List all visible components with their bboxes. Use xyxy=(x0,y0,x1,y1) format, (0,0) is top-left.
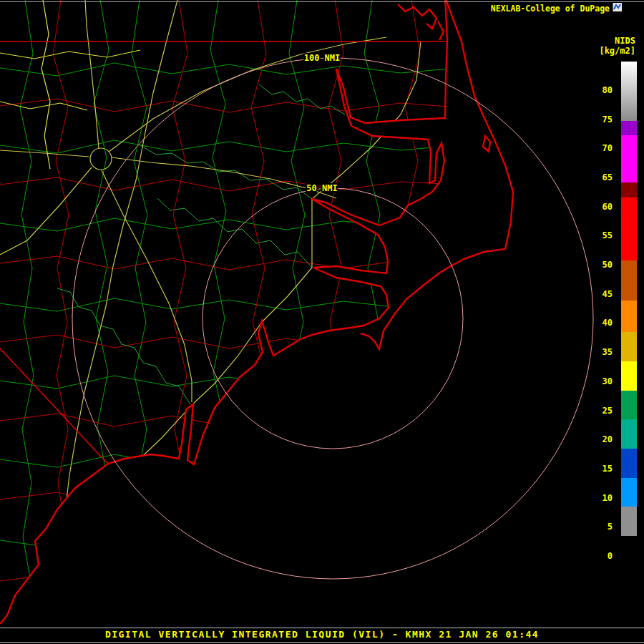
colorbar-segment xyxy=(621,62,637,121)
colorbar-segment xyxy=(621,182,637,197)
range-ring-label: 100 NMI xyxy=(304,53,341,63)
footer-line-bottom xyxy=(0,642,644,643)
radar-map: 50 NMI100 NMI xyxy=(0,0,644,644)
range-ring-label: 50 NMI xyxy=(306,183,337,193)
colorbar-segment xyxy=(621,260,637,301)
range-rings xyxy=(72,58,593,579)
colorbar-segment xyxy=(621,507,637,536)
map-layer-roads xyxy=(0,0,421,644)
colorbar-segment xyxy=(621,135,637,182)
colorbar-segment xyxy=(621,449,637,478)
colorbar xyxy=(621,62,637,565)
colorbar-segment xyxy=(621,121,637,135)
nexlab-logo-icon xyxy=(613,2,623,12)
brand-text: NEXLAB-College of DuPage xyxy=(491,4,610,14)
colorbar-segment xyxy=(621,197,637,260)
colorbar-segment xyxy=(621,419,637,449)
top-border-line xyxy=(0,1,644,2)
colorbar-title: NIDS xyxy=(615,36,635,46)
colorbar-segment xyxy=(621,478,637,507)
colorbar-segment xyxy=(621,391,637,419)
product-caption: DIGITAL VERTICALLY INTEGRATED LIQUID (VI… xyxy=(0,629,644,640)
colorbar-units-label: [kg/m2] xyxy=(599,46,635,56)
colorbar-segment xyxy=(621,361,637,391)
radar-display: 50 NMI100 NMI NEXLAB-College of DuPage N… xyxy=(0,0,644,644)
map-layer-coastline xyxy=(0,0,513,624)
colorbar-segment xyxy=(621,536,637,565)
colorbar-segment xyxy=(621,332,637,361)
footer-line-top xyxy=(0,628,644,628)
colorbar-segment xyxy=(621,301,637,332)
